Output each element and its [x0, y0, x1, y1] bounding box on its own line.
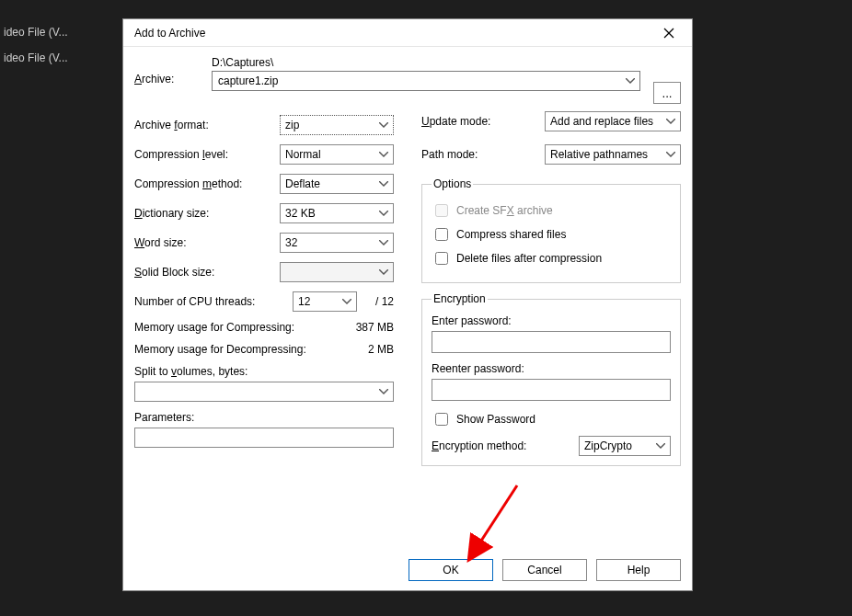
- enter-pwd-label: Enter password:: [432, 314, 671, 327]
- path-select[interactable]: [545, 144, 681, 165]
- close-icon: [663, 28, 674, 39]
- archive-path: D:\Captures\: [212, 56, 640, 69]
- show-pwd-label: Show Password: [456, 413, 535, 426]
- add-to-archive-dialog: Add to Archive Archive: D:\Captures\ ...: [122, 18, 693, 591]
- password-input[interactable]: [432, 331, 671, 353]
- level-select[interactable]: [280, 144, 394, 165]
- reenter-password-input[interactable]: [432, 379, 671, 401]
- cpu-label: Number of CPU threads:: [134, 295, 293, 308]
- format-select[interactable]: [280, 115, 394, 135]
- params-input[interactable]: [134, 428, 394, 448]
- ok-button[interactable]: OK: [409, 559, 493, 581]
- help-button[interactable]: Help: [596, 559, 681, 581]
- encryption-group: Encryption Enter password: Reenter passw…: [421, 292, 681, 466]
- bg-file-name: ideo File (V...: [4, 20, 114, 44]
- update-label: Update mode:: [421, 115, 545, 128]
- options-legend: Options: [432, 177, 473, 190]
- cancel-button[interactable]: Cancel: [502, 559, 587, 581]
- word-select[interactable]: [280, 233, 394, 253]
- mem-decomp-label: Memory usage for Decompressing:: [134, 343, 306, 356]
- reenter-pwd-label: Reenter password:: [432, 362, 671, 375]
- path-label: Path mode:: [421, 148, 545, 161]
- opt-delete-label: Delete files after compression: [456, 252, 602, 265]
- solid-select: [280, 262, 394, 282]
- opt-sfx-label: Create SFX archive: [456, 204, 553, 217]
- opt-delete-checkbox[interactable]: [435, 252, 448, 265]
- split-select[interactable]: [134, 382, 394, 402]
- mem-comp-label: Memory usage for Compressing:: [134, 321, 294, 334]
- opt-shared-label: Compress shared files: [456, 228, 566, 241]
- method-label: Compression method:: [134, 177, 280, 190]
- archive-filename-input[interactable]: [212, 71, 640, 91]
- mem-comp-value: 387 MB: [356, 321, 394, 334]
- split-label: Split to volumes, bytes:: [134, 365, 394, 378]
- format-label: Archive format:: [134, 119, 280, 131]
- archive-label: Archive:: [134, 73, 174, 86]
- opt-sfx-checkbox: [435, 204, 448, 217]
- opt-shared-row[interactable]: Compress shared files: [432, 225, 671, 244]
- update-select[interactable]: [545, 111, 681, 131]
- enc-method-label: Encryption method:: [432, 439, 579, 452]
- dict-select[interactable]: [280, 203, 394, 223]
- show-pwd-row[interactable]: Show Password: [432, 410, 671, 428]
- opt-delete-row[interactable]: Delete files after compression: [432, 249, 671, 268]
- solid-label: Solid Block size:: [134, 266, 280, 279]
- opt-sfx-row: Create SFX archive: [432, 201, 671, 220]
- params-label: Parameters:: [134, 411, 394, 424]
- level-label: Compression level:: [134, 148, 280, 161]
- encryption-legend: Encryption: [432, 292, 488, 305]
- word-label: Word size:: [134, 236, 280, 249]
- cpu-select[interactable]: [293, 291, 357, 312]
- dict-label: Dictionary size:: [134, 207, 280, 220]
- close-button[interactable]: [651, 20, 686, 46]
- show-pwd-checkbox[interactable]: [435, 413, 448, 426]
- titlebar: Add to Archive: [123, 19, 692, 47]
- opt-shared-checkbox[interactable]: [435, 228, 448, 241]
- dialog-title: Add to Archive: [134, 27, 651, 40]
- browse-button[interactable]: ...: [653, 82, 681, 104]
- cpu-total: / 12: [357, 295, 394, 308]
- method-select[interactable]: [280, 174, 394, 194]
- options-group: Options Create SFX archive Compress shar…: [421, 177, 681, 283]
- enc-method-select[interactable]: [579, 436, 671, 456]
- bg-file-name: ideo File (V...: [4, 46, 114, 70]
- mem-decomp-value: 2 MB: [368, 343, 394, 356]
